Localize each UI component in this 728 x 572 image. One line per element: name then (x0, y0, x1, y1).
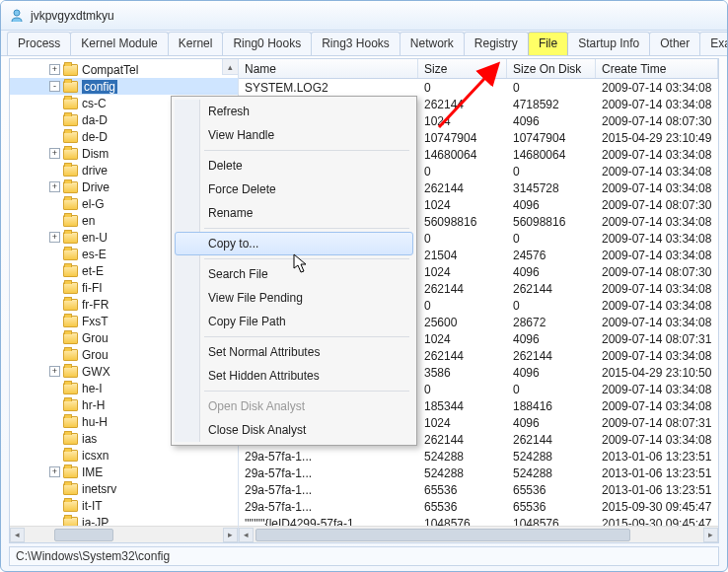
tree-item[interactable]: +CompatTel (10, 61, 238, 78)
folder-icon (63, 332, 78, 344)
expand-icon[interactable]: + (49, 366, 60, 377)
col-size-on-disk[interactable]: Size On Disk (507, 59, 596, 78)
tab-ring0-hooks[interactable]: Ring0 Hooks (222, 32, 312, 55)
tree-h-scrollbar[interactable]: ◂ ▸ (10, 526, 238, 542)
tab-process[interactable]: Process (7, 32, 71, 55)
tab-kernel[interactable]: Kernel (168, 32, 224, 55)
tab-file[interactable]: File (528, 32, 568, 55)
tree-item[interactable]: it-IT (10, 497, 238, 514)
tab-registry[interactable]: Registry (464, 32, 529, 55)
tab-network[interactable]: Network (400, 32, 465, 55)
expand-icon[interactable]: + (49, 64, 60, 75)
scroll-left-icon[interactable]: ◂ (10, 528, 25, 542)
tree-item[interactable]: inetsrv (10, 480, 238, 497)
list-h-scrollbar[interactable]: ◂ ▸ (239, 526, 718, 542)
context-menu-item-view-file-pending[interactable]: View File Pending (175, 286, 413, 310)
tree-item-label: da-D (82, 113, 108, 127)
expand-placeholder (49, 282, 60, 293)
tree-item-label: fr-FR (82, 298, 109, 312)
context-menu-item-set-normal-attributes[interactable]: Set Normal Attributes (175, 340, 413, 364)
tree-item[interactable]: -config (10, 78, 238, 95)
cell-size: 0 (418, 81, 507, 95)
scroll-thumb[interactable] (255, 529, 630, 541)
cell-sod: 0 (507, 299, 596, 313)
list-header[interactable]: Name Size Size On Disk Create Time (239, 59, 718, 79)
context-menu-item-delete[interactable]: Delete (175, 154, 413, 178)
context-menu-item-refresh[interactable]: Refresh (175, 100, 413, 123)
table-row[interactable]: '''''''''{leID4299-57fa-1...104857610485… (239, 515, 718, 526)
cell-sod: 65536 (507, 483, 596, 497)
folder-icon (63, 98, 78, 109)
context-menu-item-search-file[interactable]: Search File (175, 262, 413, 286)
expand-icon[interactable]: + (49, 148, 60, 159)
context-menu-item-copy-to[interactable]: Copy to... (175, 232, 413, 255)
cell-size: 185344 (418, 399, 507, 413)
cell-size: 1024 (418, 265, 507, 279)
tab-kernel-module[interactable]: Kernel Module (70, 32, 168, 55)
titlebar[interactable]: jvkpvgyxdtmkyu (1, 1, 727, 31)
context-menu-item-force-delete[interactable]: Force Delete (175, 178, 413, 201)
expand-icon[interactable]: + (49, 232, 60, 243)
context-menu-item-close-disk-analyst[interactable]: Close Disk Analyst (175, 418, 413, 442)
scroll-left-icon[interactable]: ◂ (239, 528, 254, 542)
tree-item-label: Grou (82, 331, 109, 345)
cell-size: 0 (418, 383, 507, 396)
cell-name: 29a-57fa-1... (239, 483, 418, 497)
folder-icon (63, 148, 78, 160)
folder-icon (63, 349, 78, 361)
tree-item-label: Drive (82, 180, 109, 194)
cell-sod: 4096 (507, 366, 596, 380)
table-row[interactable]: 29a-57fa-1...5242885242882013-01-06 13:2… (239, 465, 718, 481)
tree-item[interactable]: +IME (10, 464, 238, 480)
col-size[interactable]: Size (418, 59, 507, 78)
cell-ct: 2009-07-14 03:34:08 (596, 349, 718, 363)
table-row[interactable]: 29a-57fa-1...65536655362015-09-30 09:45:… (239, 498, 718, 515)
window-title: jvkpvgyxdtmkyu (31, 9, 114, 23)
expand-icon[interactable]: + (49, 181, 60, 192)
tab-other[interactable]: Other (649, 32, 700, 55)
folder-icon (63, 450, 78, 462)
context-menu-item-set-hidden-attributes[interactable]: Set Hidden Attributes (175, 364, 413, 388)
tree-item-label: es-E (82, 248, 107, 261)
scroll-right-icon[interactable]: ▸ (703, 528, 718, 542)
col-create-time[interactable]: Create Time (596, 59, 718, 78)
tree-item-label: inetsrv (82, 482, 116, 496)
context-menu-item-rename[interactable]: Rename (175, 201, 413, 225)
cell-ct: 2009-07-14 08:07:31 (596, 332, 718, 346)
context-menu-separator (204, 150, 409, 151)
cell-name: 29a-57fa-1... (239, 466, 418, 480)
tree-item-label: fi-FI (82, 281, 103, 295)
expand-placeholder (49, 131, 60, 142)
context-menu[interactable]: RefreshView HandleDeleteForce DeleteRena… (171, 96, 417, 446)
tree-item-label: CompatTel (82, 63, 138, 77)
tab-examination[interactable]: Examination (699, 32, 728, 55)
expand-icon[interactable]: + (49, 466, 60, 477)
table-row[interactable]: SYSTEM.LOG2002009-07-14 03:34:08 (239, 79, 718, 96)
scroll-right-icon[interactable]: ▸ (223, 528, 238, 542)
tree-item-label: Grou (82, 348, 109, 362)
tree-item-label: Dism (82, 147, 109, 161)
context-menu-item-copy-file-path[interactable]: Copy File Path (175, 310, 413, 333)
col-name[interactable]: Name (239, 59, 418, 78)
cell-sod: 4096 (507, 416, 596, 430)
table-row[interactable]: 29a-57fa-1...5242885242882013-01-06 13:2… (239, 448, 718, 465)
cell-size: 0 (418, 232, 507, 246)
folder-icon (63, 383, 78, 394)
cell-sod: 14680064 (507, 148, 596, 162)
tree-item[interactable]: icsxn (10, 447, 238, 464)
scroll-thumb[interactable] (54, 529, 113, 541)
cell-sod: 24576 (507, 249, 596, 262)
tree-item-label: icsxn (82, 449, 109, 463)
table-row[interactable]: 29a-57fa-1...65536655362013-01-06 13:23:… (239, 481, 718, 498)
context-menu-item-view-handle[interactable]: View Handle (175, 123, 413, 147)
cell-ct: 2009-07-14 03:34:08 (596, 383, 718, 396)
tab-ring3-hooks[interactable]: Ring3 Hooks (311, 32, 400, 55)
cell-sod: 28672 (507, 316, 596, 329)
collapse-icon[interactable]: - (49, 81, 60, 92)
cell-ct: 2009-07-14 03:34:08 (596, 81, 718, 95)
tab-startup-info[interactable]: Startup Info (567, 32, 650, 55)
tree-item-label: cs-C (82, 97, 107, 110)
cell-name: SYSTEM.LOG2 (239, 81, 418, 95)
tree-item-label: drive (82, 164, 108, 178)
cell-name: '''''''''{leID4299-57fa-1... (239, 517, 418, 527)
